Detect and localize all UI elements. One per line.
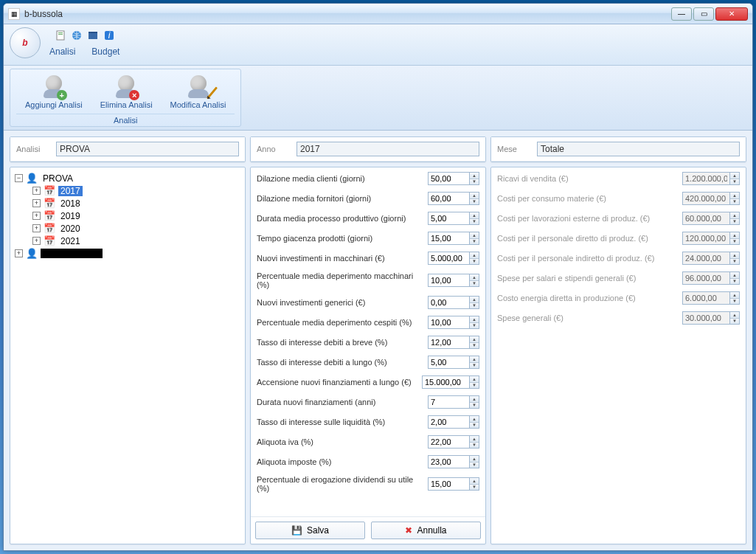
maximize-button[interactable]: ▭ bbox=[693, 7, 714, 21]
info-icon[interactable]: i bbox=[103, 29, 116, 42]
expand-icon[interactable]: + bbox=[32, 224, 41, 232]
step-up-icon[interactable]: ▲ bbox=[470, 376, 479, 383]
expand-icon[interactable]: + bbox=[32, 237, 41, 245]
step-down-icon[interactable]: ▼ bbox=[470, 485, 479, 491]
step-up-icon[interactable]: ▲ bbox=[470, 212, 479, 219]
param-12-input[interactable] bbox=[428, 415, 469, 429]
analysis-tree[interactable]: −👤PROVA+📅2017+📅2018+📅2019+📅2020+📅2021+👤 bbox=[10, 167, 245, 544]
param-7-stepper[interactable]: ▲▼ bbox=[469, 316, 479, 329]
step-up-icon[interactable]: ▲ bbox=[470, 193, 479, 199]
step-up-icon[interactable]: ▲ bbox=[470, 316, 479, 323]
step-up-icon[interactable]: ▲ bbox=[470, 274, 479, 281]
mese-field[interactable] bbox=[537, 142, 740, 156]
add-analisi-button[interactable]: + Aggiungi Analisi bbox=[25, 75, 83, 109]
param-5-input[interactable] bbox=[428, 274, 469, 287]
tree-year-2020[interactable]: +📅2020 bbox=[15, 222, 240, 235]
param-9-input[interactable] bbox=[428, 356, 469, 369]
expand-icon[interactable]: + bbox=[15, 249, 23, 257]
param-3-input[interactable] bbox=[428, 232, 469, 245]
expand-icon[interactable]: + bbox=[32, 212, 41, 220]
param-15-input[interactable] bbox=[428, 477, 469, 491]
param-14-input[interactable] bbox=[428, 455, 469, 468]
param-8-spinner[interactable]: ▲▼ bbox=[428, 336, 479, 349]
summary-3-spinner[interactable]: ▲▼ bbox=[682, 232, 740, 245]
param-4-stepper[interactable]: ▲▼ bbox=[469, 252, 479, 265]
step-down-icon[interactable]: ▼ bbox=[470, 179, 479, 185]
expand-icon[interactable]: + bbox=[32, 187, 41, 195]
param-11-stepper[interactable]: ▲▼ bbox=[469, 395, 479, 409]
param-1-input[interactable] bbox=[428, 192, 469, 205]
summary-0-spinner[interactable]: ▲▼ bbox=[682, 172, 740, 185]
step-down-icon[interactable]: ▼ bbox=[470, 323, 479, 329]
tree-year-2021[interactable]: +📅2021 bbox=[15, 235, 240, 247]
step-down-icon[interactable]: ▼ bbox=[470, 219, 479, 225]
expand-icon[interactable]: + bbox=[32, 199, 41, 207]
param-7-spinner[interactable]: ▲▼ bbox=[428, 316, 479, 329]
param-9-spinner[interactable]: ▲▼ bbox=[428, 356, 479, 369]
step-up-icon[interactable]: ▲ bbox=[470, 436, 479, 443]
step-up-icon[interactable]: ▲ bbox=[470, 336, 479, 343]
step-down-icon[interactable]: ▼ bbox=[470, 239, 479, 245]
step-up-icon[interactable]: ▲ bbox=[470, 252, 479, 259]
step-down-icon[interactable]: ▼ bbox=[470, 363, 479, 369]
param-11-input[interactable] bbox=[428, 395, 469, 409]
step-up-icon[interactable]: ▲ bbox=[470, 396, 479, 403]
summary-4-spinner[interactable]: ▲▼ bbox=[682, 252, 740, 265]
app-menu-button[interactable]: b bbox=[10, 27, 41, 58]
quick-icon-1[interactable] bbox=[54, 29, 67, 42]
param-13-input[interactable] bbox=[428, 435, 469, 449]
param-1-spinner[interactable]: ▲▼ bbox=[428, 192, 479, 205]
delete-analisi-button[interactable]: × Elimina Analisi bbox=[100, 75, 153, 109]
param-4-input[interactable] bbox=[428, 252, 469, 265]
param-8-stepper[interactable]: ▲▼ bbox=[469, 336, 479, 349]
param-15-spinner[interactable]: ▲▼ bbox=[428, 477, 479, 491]
tree-year-2017[interactable]: +📅2017 bbox=[15, 184, 240, 197]
tree-year-2018[interactable]: +📅2018 bbox=[15, 197, 240, 210]
tab-budget[interactable]: Budget bbox=[87, 45, 124, 58]
param-13-spinner[interactable]: ▲▼ bbox=[428, 435, 479, 449]
step-down-icon[interactable]: ▼ bbox=[470, 199, 479, 205]
param-6-input[interactable] bbox=[428, 296, 469, 309]
param-0-spinner[interactable]: ▲▼ bbox=[428, 172, 479, 185]
param-12-stepper[interactable]: ▲▼ bbox=[469, 415, 479, 429]
param-2-stepper[interactable]: ▲▼ bbox=[469, 212, 479, 225]
summary-7-spinner[interactable]: ▲▼ bbox=[682, 311, 740, 325]
param-15-stepper[interactable]: ▲▼ bbox=[469, 477, 479, 491]
summary-5-spinner[interactable]: ▲▼ bbox=[682, 271, 740, 285]
param-0-stepper[interactable]: ▲▼ bbox=[469, 172, 479, 185]
param-4-spinner[interactable]: ▲▼ bbox=[428, 252, 479, 265]
step-up-icon[interactable]: ▲ bbox=[470, 456, 479, 463]
step-down-icon[interactable]: ▼ bbox=[470, 463, 479, 468]
step-up-icon[interactable]: ▲ bbox=[470, 297, 479, 303]
step-down-icon[interactable]: ▼ bbox=[470, 403, 479, 409]
step-up-icon[interactable]: ▲ bbox=[470, 356, 479, 363]
globe-icon[interactable] bbox=[70, 29, 83, 42]
param-0-input[interactable] bbox=[428, 172, 469, 185]
tree-root[interactable]: −👤PROVA bbox=[15, 172, 240, 184]
step-down-icon[interactable]: ▼ bbox=[470, 303, 479, 309]
param-2-spinner[interactable]: ▲▼ bbox=[428, 212, 479, 225]
step-down-icon[interactable]: ▼ bbox=[470, 443, 479, 449]
step-up-icon[interactable]: ▲ bbox=[470, 416, 479, 423]
collapse-icon[interactable]: − bbox=[15, 174, 23, 182]
param-5-stepper[interactable]: ▲▼ bbox=[469, 274, 479, 287]
param-14-spinner[interactable]: ▲▼ bbox=[428, 455, 479, 468]
step-down-icon[interactable]: ▼ bbox=[470, 423, 479, 429]
param-14-stepper[interactable]: ▲▼ bbox=[469, 455, 479, 468]
param-13-stepper[interactable]: ▲▼ bbox=[469, 435, 479, 449]
save-button[interactable]: 💾 Salva bbox=[255, 522, 365, 539]
param-3-stepper[interactable]: ▲▼ bbox=[469, 232, 479, 245]
summary-6-spinner[interactable]: ▲▼ bbox=[682, 291, 740, 305]
summary-1-spinner[interactable]: ▲▼ bbox=[682, 192, 740, 205]
param-9-stepper[interactable]: ▲▼ bbox=[469, 356, 479, 369]
param-8-input[interactable] bbox=[428, 336, 469, 349]
cancel-button[interactable]: ✖ Annulla bbox=[371, 522, 481, 539]
close-button[interactable]: ✕ bbox=[715, 7, 748, 21]
summary-2-spinner[interactable]: ▲▼ bbox=[682, 212, 740, 225]
step-up-icon[interactable]: ▲ bbox=[470, 232, 479, 239]
param-10-spinner[interactable]: ▲▼ bbox=[422, 375, 479, 389]
param-1-stepper[interactable]: ▲▼ bbox=[469, 192, 479, 205]
step-up-icon[interactable]: ▲ bbox=[470, 478, 479, 485]
param-11-spinner[interactable]: ▲▼ bbox=[428, 395, 479, 409]
step-down-icon[interactable]: ▼ bbox=[470, 343, 479, 349]
